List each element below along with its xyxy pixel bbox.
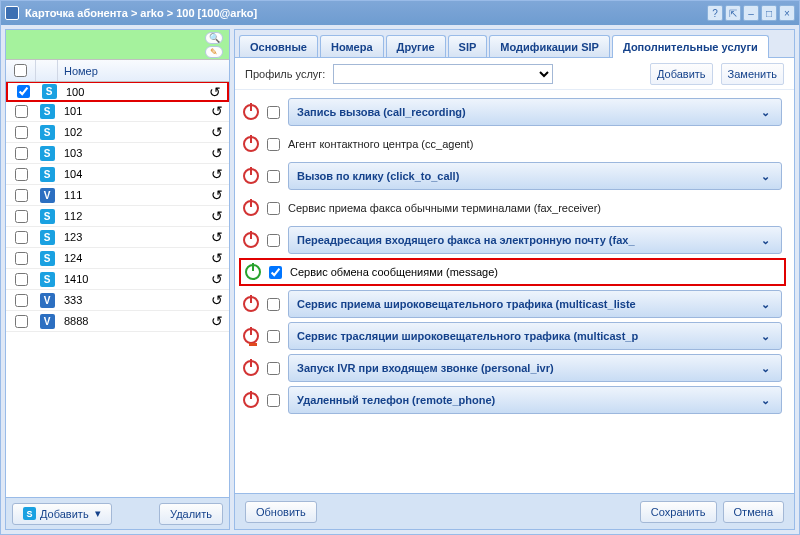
table-row[interactable]: S124↺ [6, 248, 229, 269]
profile-select[interactable] [333, 64, 553, 84]
table-row[interactable]: S104↺ [6, 164, 229, 185]
service-row: Сервис приема факса обычными терминалами… [243, 194, 782, 222]
row-checkbox[interactable] [15, 126, 28, 139]
tab-4[interactable]: Модификации SIP [489, 35, 610, 57]
tab-0[interactable]: Основные [239, 35, 318, 57]
row-checkbox[interactable] [15, 231, 28, 244]
service-expander[interactable]: Запуск IVR при входящем звонке (personal… [288, 354, 782, 382]
row-checkbox[interactable] [17, 85, 30, 98]
power-icon[interactable] [243, 136, 259, 152]
row-checkbox[interactable] [15, 210, 28, 223]
table-row[interactable]: V8888↺ [6, 311, 229, 332]
table-row[interactable]: S100↺ [6, 82, 229, 102]
table-row[interactable]: S1410↺ [6, 269, 229, 290]
search-input[interactable] [8, 32, 203, 57]
help-button[interactable]: ? [707, 5, 723, 21]
edit-icon[interactable]: ✎ [205, 46, 223, 58]
row-number: 103 [58, 147, 205, 159]
service-checkbox[interactable] [267, 330, 280, 343]
row-checkbox[interactable] [15, 105, 28, 118]
power-icon[interactable] [243, 104, 259, 120]
add-number-button[interactable]: SДобавить▾ [12, 503, 112, 525]
service-checkbox[interactable] [267, 234, 280, 247]
row-checkbox[interactable] [15, 315, 28, 328]
minimize-button[interactable]: – [743, 5, 759, 21]
row-checkbox[interactable] [15, 189, 28, 202]
service-checkbox[interactable] [267, 394, 280, 407]
cancel-button[interactable]: Отмена [723, 501, 784, 523]
power-icon[interactable] [243, 200, 259, 216]
service-row: Запуск IVR при входящем звонке (personal… [243, 354, 782, 382]
row-checkbox[interactable] [15, 147, 28, 160]
tab-1[interactable]: Номера [320, 35, 384, 57]
table-row[interactable]: S101↺ [6, 101, 229, 122]
refresh-icon[interactable]: ↺ [205, 145, 229, 161]
service-expander[interactable]: Переадресация входящего факса на электро… [288, 226, 782, 254]
refresh-icon[interactable]: ↺ [205, 208, 229, 224]
service-expander[interactable]: Сервис приема широковещательного трафика… [288, 290, 782, 318]
chevron-down-icon: ⌄ [757, 234, 773, 247]
table-row[interactable]: V333↺ [6, 290, 229, 311]
row-number: 124 [58, 252, 205, 264]
service-checkbox[interactable] [267, 106, 280, 119]
close-button[interactable]: × [779, 5, 795, 21]
type-icon: S [40, 251, 55, 266]
refresh-icon[interactable]: ↺ [205, 103, 229, 119]
type-icon: V [40, 293, 55, 308]
refresh-icon[interactable]: ↺ [205, 124, 229, 140]
row-checkbox[interactable] [15, 168, 28, 181]
col-number[interactable]: Номер [58, 65, 229, 77]
titlebar: Карточка абонента > arko > 100 [100@arko… [1, 1, 799, 25]
delete-number-button[interactable]: Удалить [159, 503, 223, 525]
table-row[interactable]: S102↺ [6, 122, 229, 143]
service-checkbox[interactable] [267, 362, 280, 375]
select-all-checkbox[interactable] [14, 64, 27, 77]
service-checkbox[interactable] [267, 138, 280, 151]
refresh-icon[interactable]: ↺ [205, 271, 229, 287]
service-label: Переадресация входящего факса на электро… [297, 234, 635, 246]
pin-button[interactable]: ⇱ [725, 5, 741, 21]
power-icon[interactable] [243, 328, 259, 344]
service-checkbox[interactable] [267, 170, 280, 183]
refresh-icon[interactable]: ↺ [205, 166, 229, 182]
table-row[interactable]: V111↺ [6, 185, 229, 206]
service-expander[interactable]: Вызов по клику (click_to_call)⌄ [288, 162, 782, 190]
table-row[interactable]: S123↺ [6, 227, 229, 248]
save-button[interactable]: Сохранить [640, 501, 717, 523]
chevron-down-icon: ⌄ [757, 330, 773, 343]
refresh-icon[interactable]: ↺ [205, 187, 229, 203]
power-icon[interactable] [243, 168, 259, 184]
profile-add-button[interactable]: Добавить [650, 63, 713, 85]
search-icon[interactable]: 🔍 [205, 32, 223, 44]
refresh-icon[interactable]: ↺ [205, 313, 229, 329]
service-checkbox[interactable] [269, 266, 282, 279]
service-expander[interactable]: Удаленный телефон (remote_phone)⌄ [288, 386, 782, 414]
table-row[interactable]: S112↺ [6, 206, 229, 227]
refresh-button[interactable]: Обновить [245, 501, 317, 523]
power-icon[interactable] [243, 232, 259, 248]
row-checkbox[interactable] [15, 273, 28, 286]
power-icon[interactable] [243, 296, 259, 312]
refresh-icon[interactable]: ↺ [205, 229, 229, 245]
tab-3[interactable]: SIP [448, 35, 488, 57]
power-icon[interactable] [245, 264, 261, 280]
row-checkbox[interactable] [15, 294, 28, 307]
row-number: 104 [58, 168, 205, 180]
tab-2[interactable]: Другие [386, 35, 446, 57]
refresh-icon[interactable]: ↺ [205, 292, 229, 308]
profile-replace-button[interactable]: Заменить [721, 63, 784, 85]
service-expander[interactable]: Запись вызова (call_recording)⌄ [288, 98, 782, 126]
power-icon[interactable] [243, 360, 259, 376]
power-icon[interactable] [243, 392, 259, 408]
table-row[interactable]: S103↺ [6, 143, 229, 164]
maximize-button[interactable]: □ [761, 5, 777, 21]
row-number: 333 [58, 294, 205, 306]
refresh-icon[interactable]: ↺ [203, 84, 227, 100]
tab-5[interactable]: Дополнительные услуги [612, 35, 769, 58]
service-checkbox[interactable] [267, 298, 280, 311]
service-expander[interactable]: Сервис трасляции широковещательного траф… [288, 322, 782, 350]
service-checkbox[interactable] [267, 202, 280, 215]
row-number: 1410 [58, 273, 205, 285]
refresh-icon[interactable]: ↺ [205, 250, 229, 266]
row-checkbox[interactable] [15, 252, 28, 265]
